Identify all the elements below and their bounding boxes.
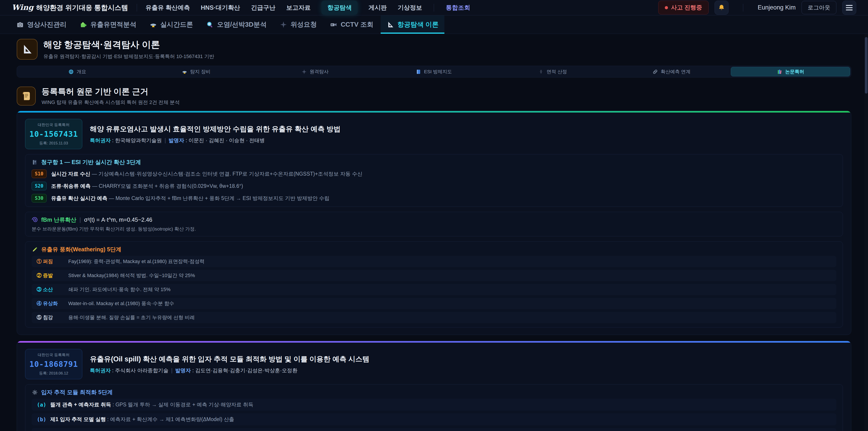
divider bbox=[137, 4, 137, 11]
patent-number-badge: 대한민국 등록특허 10-1868791 등록: 2018.06.12 bbox=[25, 349, 82, 379]
pill-papers-patents[interactable]: 논문특허 bbox=[731, 67, 850, 76]
tab-cctv-view[interactable]: CCTV 조회 bbox=[324, 16, 379, 34]
weathering-row: ① 퍼짐 Fay(1969): 중력-관성력, Mackay et al.(19… bbox=[32, 256, 836, 267]
scroll-icon bbox=[21, 91, 32, 101]
patent-1-header: 대한민국 등록특허 10-1567431 등록: 2015.11.03 해양 유… bbox=[25, 119, 843, 149]
optimization-step-row: (c) 전처리 차분 : 관측경로 Δobs ↔ 제1모델 ΔModel 차분 … bbox=[32, 428, 836, 431]
weathering-header: 유출유 풍화(Weathering) 5단계 bbox=[32, 246, 836, 253]
pill-overview[interactable]: 개요 bbox=[18, 67, 137, 76]
pill-esi-map[interactable]: ESI 방제지도 bbox=[374, 67, 493, 76]
hamburger-icon bbox=[846, 5, 852, 10]
fbm-box: fBm 난류확산 | σ²(t) = A·t^m, m=0.45~2.46 분수… bbox=[25, 212, 843, 237]
menu-button[interactable] bbox=[842, 1, 856, 15]
nav-item-oil-spill-forecast[interactable]: 유출유 확산예측 bbox=[146, 4, 190, 12]
nav-item-aerial-search[interactable]: 항공탐색 bbox=[321, 1, 358, 15]
app-logo-title: 해양환경 위기대응 통합시스템 bbox=[36, 3, 128, 12]
books-icon bbox=[777, 69, 782, 74]
satellite-star-icon bbox=[301, 69, 307, 74]
tab-pollution-ship-3d[interactable]: 오염/선박3D분석 bbox=[200, 16, 272, 34]
optimization-step-row: (b) 제1 입자 추적 모델 실행 : 예측자료 + 확산계수 → 제1 예측… bbox=[32, 413, 836, 425]
incident-status-badge: 사고 진행중 bbox=[658, 1, 709, 14]
card-gradient-border bbox=[17, 341, 851, 343]
tab-satellite-request[interactable]: 위성요청 bbox=[274, 16, 322, 34]
patent-meta: 특허권자 : 한국해양과학기술원|발명자 : 이문진 · 김혜진 · 이승현 ·… bbox=[90, 137, 341, 144]
optimization-step-row: (a) 뜰개 관측 + 예측자료 취득 : GPS 뜰개 투하 → 실제 이동경… bbox=[32, 399, 836, 411]
drone-ufo-icon bbox=[182, 69, 187, 74]
nav-item-hns-air-diffusion[interactable]: HNS·대기확산 bbox=[201, 4, 240, 12]
nav-item-emergency-rescue[interactable]: 긴급구난 bbox=[251, 4, 275, 12]
optimization-steps-box: 입자 추적 모듈 최적화 5단계 (a) 뜰개 관측 + 예측자료 취득 : G… bbox=[25, 384, 843, 431]
pill-detection-equipment[interactable]: 탐지 장비 bbox=[137, 67, 256, 76]
pill-diffusion-link[interactable]: 확산예측 연계 bbox=[612, 67, 731, 76]
patent-meta: 특허권자 : 주식회사 아라종합기술|발명자 : 김도연·김용혁·김충기·김성은… bbox=[90, 367, 370, 374]
claims-header: 청구항 1 — ESI 기반 실시간 확산 3단계 bbox=[32, 158, 836, 166]
patent-number: 10-1868791 bbox=[29, 360, 78, 369]
nav-item-reports[interactable]: 보고자료 bbox=[286, 4, 311, 12]
link-icon bbox=[652, 69, 658, 74]
claims-box: 청구항 1 — ESI 기반 실시간 확산 3단계 S10 실시간 자료 수신 … bbox=[25, 154, 843, 207]
main-content: 해양 항공탐색·원격탐사 이론 유출유 원격탐지·항공감시 기법·ESI 방제정… bbox=[0, 34, 868, 431]
incident-status-label: 사고 진행중 bbox=[671, 4, 702, 11]
card-gradient-border bbox=[17, 111, 851, 113]
patent-card-2: 대한민국 등록특허 10-1868791 등록: 2018.06.12 유출유(… bbox=[17, 341, 851, 431]
main-menu: 유출유 확산예측 HNS·대기확산 긴급구난 보고자료 항공탐색 게시판 기상정… bbox=[146, 1, 470, 15]
blue-book-icon bbox=[416, 69, 421, 74]
status-dot-icon bbox=[665, 6, 668, 9]
patent-number: 10-1567431 bbox=[29, 129, 78, 138]
pill-remote-sensing[interactable]: 원격탐사 bbox=[255, 67, 374, 76]
patent-2-header: 대한민국 등록특허 10-1868791 등록: 2018.06.12 유출유(… bbox=[25, 349, 843, 379]
divider bbox=[743, 4, 743, 11]
drone-ufo-icon bbox=[149, 21, 157, 29]
patent-title: 해양 유류오염사고 발생시 효율적인 방제방안 수립을 위한 유출유 확산 예측… bbox=[90, 124, 341, 134]
logout-button[interactable]: 로그아웃 bbox=[802, 1, 836, 14]
claim-step-row: S30 유출유 확산 실시간 예측 — Monte Carlo 입자추적 + f… bbox=[32, 194, 836, 203]
theory-tab-bar: 개요 탐지 장비 원격탐사 ESI 방제지도 면적 산정 확산예측 연계 논문특… bbox=[17, 66, 851, 78]
optimization-steps-header: 입자 추적 모듈 최적화 5단계 bbox=[32, 389, 836, 396]
page-icon-box bbox=[17, 39, 37, 60]
app-logo[interactable]: Wing 해양환경 위기대응 통합시스템 bbox=[12, 3, 128, 12]
patent-title: 유출유(Oil spill) 확산 예측을 위한 입자 추적 모듈 최적화 방법… bbox=[90, 355, 370, 364]
satellite-star-icon bbox=[280, 21, 287, 29]
weathering-row: ⑤ 침강 용해·미생물 분해. 질량 손실률 = 초기 누유량에 선형 비례 bbox=[32, 312, 836, 323]
notification-button[interactable] bbox=[715, 1, 728, 15]
scrollbar-track[interactable] bbox=[864, 34, 868, 431]
divider bbox=[434, 4, 434, 11]
page-title: 해양 항공탐색·원격탐사 이론 bbox=[43, 38, 214, 51]
triangle-ruler-icon bbox=[386, 21, 394, 29]
weathering-box: 유출유 풍화(Weathering) 5단계 ① 퍼짐 Fay(1969): 중… bbox=[25, 241, 843, 328]
puzzle-icon bbox=[80, 21, 87, 29]
nav-item-integrated-search[interactable]: 통합조회 bbox=[446, 4, 470, 12]
top-right-controls: 사고 진행중 Eunjeong Kim 로그아웃 bbox=[658, 1, 856, 15]
tab-image-photo-management[interactable]: 영상사진관리 bbox=[10, 16, 72, 34]
gear-icon bbox=[32, 389, 38, 396]
fbm-formula: σ²(t) = A·t^m, m=0.45~2.46 bbox=[84, 217, 152, 223]
patent-number-badge: 대한민국 등록특허 10-1567431 등록: 2015.11.03 bbox=[25, 119, 82, 149]
scrollbar-thumb[interactable] bbox=[865, 37, 868, 94]
patent-reg-date: 등록: 2015.11.03 bbox=[29, 141, 78, 146]
nav-item-board[interactable]: 게시판 bbox=[368, 4, 387, 12]
page-header: 해양 항공탐색·원격탐사 이론 유출유 원격탐지·항공감시 기법·ESI 방제정… bbox=[17, 38, 851, 60]
claim-book-icon bbox=[32, 159, 38, 165]
weathering-row: ② 증발 Stiver & Mackay(1984) 해석적 방법. 수일~10… bbox=[32, 270, 836, 281]
tab-oil-area-analysis[interactable]: 유출유면적분석 bbox=[74, 16, 142, 34]
weathering-row: ③ 소산 쇄파 기인. 파도에너지·풍속 함수. 전체 약 15% bbox=[32, 284, 836, 295]
patent-reg-date: 등록: 2018.06.12 bbox=[29, 371, 78, 376]
nav-item-weather-info[interactable]: 기상정보 bbox=[398, 4, 422, 12]
bell-icon bbox=[718, 4, 725, 11]
camera-icon bbox=[16, 21, 24, 29]
sub-navigation-bar: 영상사진관리 유출유면적분석 실시간드론 오염/선박3D분석 위성요청 CCTV… bbox=[0, 16, 868, 34]
pencil-icon bbox=[32, 246, 38, 253]
user-name: Eunjeong Kim bbox=[758, 4, 796, 11]
fbm-description: 분수 브라운운동(fBm) 기반 무작위 확산거리 생성. 등방성(isotro… bbox=[32, 226, 836, 232]
section-title: 등록특허 원문 기반 이론 근거 bbox=[41, 86, 180, 97]
section-icon-box bbox=[17, 87, 36, 105]
patent-card-1: 대한민국 등록특허 10-1567431 등록: 2015.11.03 해양 유… bbox=[17, 111, 851, 335]
pill-area-estimation[interactable]: 면적 산정 bbox=[493, 67, 612, 76]
globe-icon bbox=[68, 69, 74, 74]
app-logo-mark: Wing bbox=[12, 3, 33, 12]
tab-aerial-search-theory[interactable]: 항공탐색 이론 bbox=[381, 16, 444, 34]
triangle-ruler-icon bbox=[21, 43, 33, 55]
section-subtitle: WING 탑재 유출유 확산예측 시스템의 특허 원전 2건 전체 분석 bbox=[41, 99, 180, 106]
tab-realtime-drone[interactable]: 실시간드론 bbox=[144, 16, 199, 34]
pen-nib-icon bbox=[538, 69, 544, 74]
